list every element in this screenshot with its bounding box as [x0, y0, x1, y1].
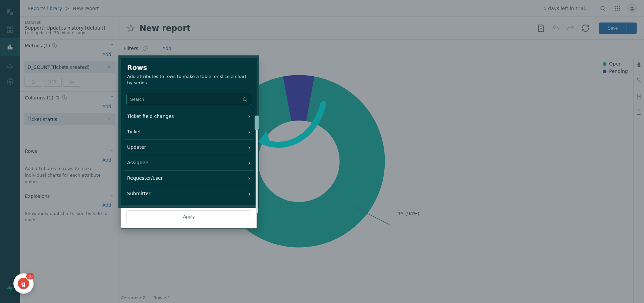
attribute-item[interactable]: Ticket›	[124, 124, 254, 139]
attribute-item[interactable]: Ticket field changes›	[124, 109, 254, 124]
chevron-right-icon: ›	[248, 159, 251, 166]
chevron-right-icon: ›	[248, 190, 251, 197]
attribute-list: Ticket field changes› Ticket› Updater› A…	[121, 109, 257, 205]
attribute-item[interactable]: Updater›	[124, 139, 254, 155]
attribute-search-input[interactable]	[130, 97, 242, 102]
help-guide-icon: g	[18, 278, 29, 289]
chevron-right-icon: ›	[248, 128, 251, 135]
attribute-search[interactable]	[126, 94, 251, 105]
attribute-item[interactable]: Requester/user›	[124, 170, 254, 186]
chevron-right-icon: ›	[248, 175, 251, 182]
popover-scrollbar-handle[interactable]	[255, 116, 259, 130]
search-icon	[242, 97, 248, 102]
help-guide-badge: 16	[26, 273, 34, 279]
modal-overlay[interactable]	[0, 0, 644, 303]
chevron-right-icon: ›	[248, 144, 251, 151]
attribute-item[interactable]: Submitter›	[124, 186, 254, 201]
popover-description: Add attributes to rows to make a table, …	[127, 74, 251, 86]
svg-point-20	[243, 97, 246, 100]
rows-attribute-popover: Rows Add attributes to rows to make a ta…	[121, 58, 257, 229]
popover-scrollbar-track	[256, 116, 258, 213]
attribute-item[interactable]: Assignee›	[124, 155, 254, 170]
help-guide-fab[interactable]: g 16	[13, 273, 34, 294]
popover-title: Rows	[127, 63, 251, 72]
chevron-right-icon: ›	[248, 113, 251, 120]
apply-button[interactable]: Apply	[126, 210, 251, 223]
